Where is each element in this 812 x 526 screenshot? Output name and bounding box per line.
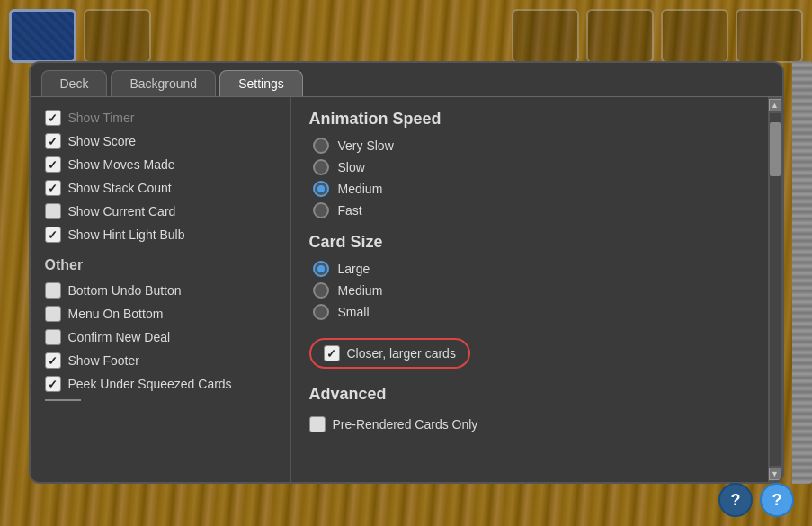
help-button-dark[interactable]: ?: [718, 483, 753, 517]
advanced-title: Advanced: [309, 385, 746, 404]
scroll-thumb[interactable]: [770, 122, 781, 176]
tab-settings[interactable]: Settings: [219, 70, 303, 96]
menu-bottom-checkbox[interactable]: [45, 306, 61, 322]
show-stack-checkbox[interactable]: [45, 180, 61, 196]
show-current-item[interactable]: Show Current Card: [45, 200, 276, 223]
pre-rendered-item[interactable]: Pre-Rendered Cards Only: [309, 413, 746, 436]
right-content: Animation Speed Very Slow Slow: [309, 110, 764, 436]
animation-speed-group: Very Slow Slow Medium: [309, 138, 746, 218]
show-hint-label: Show Hint Light Bulb: [68, 227, 185, 242]
modal-overlay: Deck Background Settings Show Timer Show…: [0, 0, 812, 526]
size-large-label: Large: [338, 262, 370, 276]
left-settings-panel: Show Timer Show Score Show Moves Made Sh…: [31, 97, 291, 482]
size-large[interactable]: Large: [313, 261, 746, 277]
show-hint-item[interactable]: Show Hint Light Bulb: [45, 223, 276, 246]
size-medium-label: Medium: [338, 283, 383, 298]
closer-larger-cards-box[interactable]: Closer, larger cards: [309, 338, 470, 369]
show-score-label: Show Score: [68, 134, 136, 148]
separator: [45, 399, 81, 401]
help-button-light[interactable]: ?: [760, 483, 794, 517]
speed-fast-radio[interactable]: [313, 202, 329, 218]
show-timer-item[interactable]: Show Timer: [45, 106, 276, 129]
scroll-down-arrow[interactable]: ▼: [769, 468, 781, 480]
show-hint-checkbox[interactable]: [45, 227, 61, 243]
size-medium-radio[interactable]: [313, 282, 329, 299]
show-footer-checkbox[interactable]: [45, 352, 61, 369]
other-section-header: Other: [45, 257, 276, 273]
card-size-group: Large Medium Small: [309, 261, 746, 320]
show-current-checkbox[interactable]: [45, 203, 61, 219]
speed-medium-label: Medium: [338, 182, 383, 196]
size-small-label: Small: [338, 305, 370, 319]
speed-very-slow-label: Very Slow: [338, 138, 394, 153]
card-size-title: Card Size: [309, 233, 746, 252]
bottom-undo-checkbox[interactable]: [45, 282, 61, 299]
pre-rendered-label: Pre-Rendered Cards Only: [333, 417, 478, 432]
peek-squeezed-checkbox[interactable]: [45, 376, 61, 392]
show-timer-label: Show Timer: [68, 111, 135, 125]
closer-larger-label: Closer, larger cards: [347, 346, 456, 361]
show-moves-checkbox[interactable]: [45, 156, 61, 173]
show-stack-label: Show Stack Count: [68, 181, 172, 195]
tab-deck[interactable]: Deck: [41, 70, 108, 96]
closer-larger-checkbox[interactable]: [324, 345, 340, 361]
show-score-item[interactable]: Show Score: [45, 129, 276, 153]
tab-background[interactable]: Background: [111, 70, 216, 96]
bottom-undo-item[interactable]: Bottom Undo Button: [45, 279, 276, 302]
speed-slow-label: Slow: [338, 160, 365, 174]
side-decoration: [792, 61, 812, 484]
peek-squeezed-item[interactable]: Peek Under Squeezed Cards: [45, 372, 276, 396]
show-footer-item[interactable]: Show Footer: [45, 349, 276, 372]
scrollbar[interactable]: ▲ ▼: [768, 97, 782, 482]
speed-medium-radio[interactable]: [313, 181, 329, 197]
speed-very-slow[interactable]: Very Slow: [313, 138, 746, 154]
right-panel-container: Animation Speed Very Slow Slow: [291, 97, 782, 482]
size-small-radio[interactable]: [313, 304, 329, 320]
size-medium[interactable]: Medium: [313, 282, 746, 299]
show-score-checkbox[interactable]: [45, 133, 61, 149]
show-moves-item[interactable]: Show Moves Made: [45, 153, 276, 176]
right-settings-panel: Animation Speed Very Slow Slow: [291, 97, 782, 482]
bottom-undo-label: Bottom Undo Button: [68, 283, 182, 298]
show-moves-label: Show Moves Made: [68, 157, 175, 172]
speed-slow-radio[interactable]: [313, 159, 329, 175]
confirm-deal-item[interactable]: Confirm New Deal: [45, 325, 276, 349]
bottom-buttons: ? ?: [718, 483, 794, 517]
speed-slow[interactable]: Slow: [313, 159, 746, 175]
confirm-deal-label: Confirm New Deal: [68, 330, 171, 344]
show-stack-item[interactable]: Show Stack Count: [45, 176, 276, 200]
size-small[interactable]: Small: [313, 304, 746, 320]
speed-fast[interactable]: Fast: [313, 202, 746, 218]
settings-modal: Deck Background Settings Show Timer Show…: [29, 61, 784, 484]
tab-bar: Deck Background Settings: [31, 63, 782, 96]
pre-rendered-checkbox[interactable]: [309, 416, 326, 432]
scroll-up-arrow[interactable]: ▲: [769, 99, 781, 111]
speed-medium[interactable]: Medium: [313, 181, 746, 197]
show-timer-checkbox[interactable]: [45, 110, 61, 126]
speed-very-slow-radio[interactable]: [313, 138, 329, 154]
modal-body: Show Timer Show Score Show Moves Made Sh…: [31, 96, 782, 482]
show-current-label: Show Current Card: [68, 204, 176, 218]
confirm-deal-checkbox[interactable]: [45, 329, 61, 345]
menu-bottom-label: Menu On Bottom: [68, 307, 164, 321]
speed-fast-label: Fast: [338, 203, 362, 218]
scroll-track[interactable]: [770, 113, 781, 466]
menu-bottom-item[interactable]: Menu On Bottom: [45, 302, 276, 325]
show-footer-label: Show Footer: [68, 353, 139, 368]
peek-squeezed-label: Peek Under Squeezed Cards: [68, 377, 232, 391]
animation-speed-title: Animation Speed: [309, 110, 746, 129]
size-large-radio[interactable]: [313, 261, 329, 277]
